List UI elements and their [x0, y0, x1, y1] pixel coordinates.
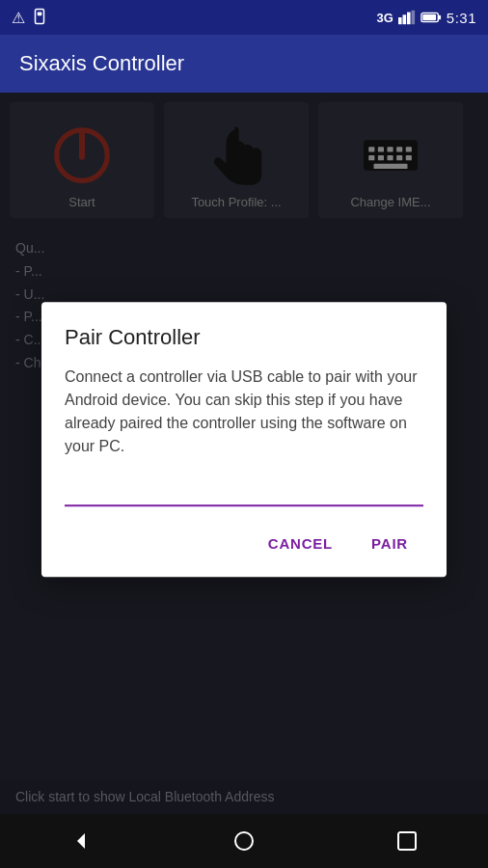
svg-rect-5	[411, 11, 415, 24]
sim-icon	[31, 8, 48, 28]
status-time: 5:31	[447, 10, 476, 26]
status-bar-left: ⚠	[12, 8, 48, 28]
app-title: Sixaxis Controller	[19, 51, 184, 76]
dialog-actions: CANCEL PAIR	[65, 526, 423, 565]
status-icons-right: 3G 5:31	[376, 10, 476, 26]
main-content: Start Touch Profile: ...	[0, 93, 488, 814]
recents-button[interactable]	[378, 814, 436, 868]
dialog-input-container	[65, 477, 423, 506]
recents-icon	[396, 830, 418, 852]
battery-icon	[420, 11, 442, 24]
svg-rect-3	[402, 14, 406, 24]
dialog-body: Connect a controller via USB cable to pa…	[65, 366, 423, 458]
pair-controller-dialog: Pair Controller Connect a controller via…	[41, 302, 447, 577]
signal-text: 3G	[376, 11, 393, 25]
svg-rect-2	[398, 17, 402, 24]
signal-bars-icon	[398, 10, 416, 25]
app-bar: Sixaxis Controller	[0, 35, 488, 93]
svg-rect-1	[38, 12, 42, 15]
cancel-button[interactable]: CANCEL	[253, 526, 348, 561]
home-icon	[232, 829, 256, 853]
back-icon	[69, 829, 93, 853]
dialog-text-input[interactable]	[65, 477, 423, 502]
svg-rect-7	[438, 15, 441, 20]
pair-button[interactable]: PAIR	[356, 526, 423, 561]
svg-rect-4	[407, 13, 411, 25]
svg-rect-8	[422, 14, 436, 20]
svg-rect-25	[398, 832, 416, 850]
dialog-title: Pair Controller	[65, 325, 423, 350]
svg-rect-0	[36, 9, 44, 23]
status-bar: ⚠ 3G 5:31	[0, 0, 488, 35]
svg-point-24	[235, 832, 253, 850]
nav-bar	[0, 814, 488, 868]
home-button[interactable]	[215, 814, 273, 868]
svg-marker-23	[77, 833, 85, 849]
back-button[interactable]	[52, 814, 110, 868]
warning-icon: ⚠	[12, 9, 25, 27]
